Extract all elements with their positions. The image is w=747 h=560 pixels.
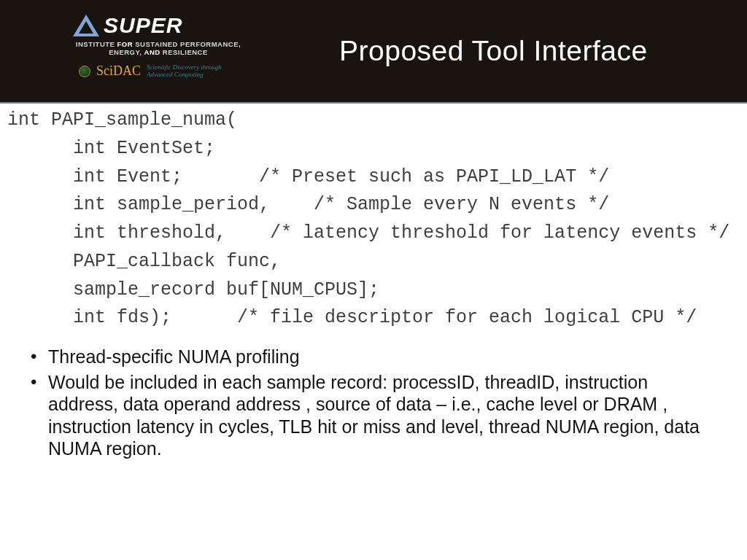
- logo-word: SUPER: [104, 13, 182, 38]
- logo-block: SUPER INSTITUTE FOR SUSTAINED PERFORMANC…: [73, 13, 242, 79]
- list-item: Thread-specific NUMA profiling: [31, 346, 719, 368]
- triangle-icon: [73, 15, 99, 36]
- bullet-list: Thread-specific NUMA profiling Would be …: [0, 332, 747, 460]
- scidac-tagline: Scientific Discovery through Advanced Co…: [147, 64, 227, 78]
- page-title: Proposed Tool Interface: [339, 35, 648, 67]
- institute-tagline: INSTITUTE FOR SUSTAINED PERFORMANCE, ENE…: [74, 40, 242, 56]
- slide-header: SUPER INSTITUTE FOR SUSTAINED PERFORMANC…: [0, 0, 747, 104]
- list-item: Would be included in each sample record:…: [31, 371, 719, 460]
- scidac-row: SciDAC Scientific Discovery through Adva…: [79, 63, 242, 79]
- seal-icon: [79, 66, 90, 77]
- code-block: int PAPI_sample_numa( int EventSet; int …: [0, 104, 747, 332]
- scidac-word: SciDAC: [96, 63, 141, 79]
- super-logo: SUPER: [73, 13, 242, 38]
